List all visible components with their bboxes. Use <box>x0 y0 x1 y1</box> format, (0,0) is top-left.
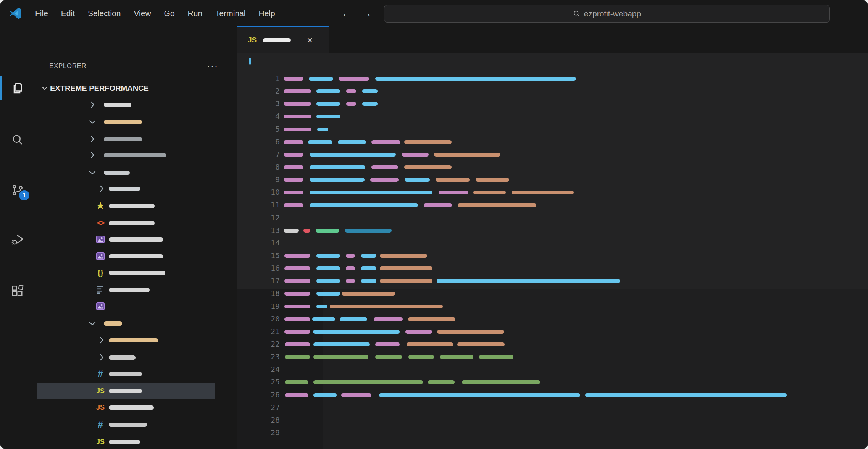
code-token-redacted <box>362 89 378 93</box>
editor-area[interactable]: 1234567891011121314151617181920212223242… <box>237 53 868 449</box>
tree-row[interactable] <box>35 147 237 163</box>
activity-item-run-debug[interactable] <box>0 226 35 253</box>
code-token-redacted <box>585 393 787 397</box>
code-token-redacted <box>405 330 432 334</box>
command-center-search[interactable]: ezprofit-webapp <box>384 5 830 23</box>
code-token-redacted <box>424 203 452 207</box>
activity-item-extensions[interactable] <box>0 278 35 304</box>
code-token-redacted <box>310 165 365 169</box>
code-token-redacted <box>375 77 576 81</box>
code-token-redacted <box>371 140 400 144</box>
menu-item-selection[interactable]: Selection <box>81 0 127 26</box>
code-token-redacted <box>338 140 366 144</box>
line-number: 12 <box>257 213 280 222</box>
tree-row[interactable]: # <box>35 365 237 382</box>
files-icon <box>11 81 24 95</box>
code-token-redacted <box>317 128 328 131</box>
line-number: 16 <box>257 263 280 273</box>
code-token-redacted <box>313 330 400 334</box>
code-token-redacted <box>462 380 540 384</box>
tab-active-js-file[interactable]: JS × <box>237 26 329 53</box>
back-arrow-icon[interactable]: ← <box>341 8 352 19</box>
code-token-redacted <box>340 317 367 321</box>
tree-row[interactable]: JS <box>35 433 237 449</box>
code-token-redacted <box>380 254 427 258</box>
code-token-redacted <box>284 317 310 321</box>
code-token-redacted <box>284 140 303 144</box>
tree-row[interactable]: JS <box>35 399 237 416</box>
forward-arrow-icon[interactable]: → <box>361 8 372 19</box>
chevron-down-icon <box>87 117 97 127</box>
code-token-redacted <box>284 165 303 169</box>
image-file-icon <box>95 234 106 245</box>
line-number: 7 <box>257 150 280 159</box>
menu-item-file[interactable]: File <box>29 0 55 26</box>
code-token-redacted <box>316 292 340 296</box>
code-token-redacted <box>308 140 332 144</box>
tree-row[interactable] <box>35 349 237 366</box>
tree-label-redacted <box>109 440 140 444</box>
menu-item-run[interactable]: Run <box>181 0 209 26</box>
code-layer: 1234567891011121314151617181920212223242… <box>237 53 868 449</box>
search-icon <box>573 10 581 18</box>
line-number: 15 <box>257 251 280 260</box>
code-token-redacted <box>380 266 432 270</box>
code-token-redacted <box>434 153 500 157</box>
scm-badge: 1 <box>19 190 29 200</box>
code-token-redacted <box>436 178 470 182</box>
vscode-logo-icon <box>9 7 22 20</box>
tree-row[interactable]: {} <box>35 264 237 281</box>
tree-row[interactable] <box>35 332 237 349</box>
activity-item-explorer[interactable] <box>0 75 35 102</box>
code-token-redacted <box>341 393 371 397</box>
code-token-redacted <box>405 178 430 182</box>
tab-filename-redacted <box>263 38 291 42</box>
json-file-icon: {} <box>95 267 106 278</box>
vscode-window: FileEditSelectionViewGoRunTerminalHelp ←… <box>0 0 868 449</box>
code-token-redacted <box>313 393 337 397</box>
tree-row[interactable]: <> <box>35 215 237 231</box>
tree-row[interactable] <box>35 131 237 147</box>
chevron-right-icon <box>97 352 106 362</box>
tree-row[interactable] <box>35 164 237 181</box>
tree-row[interactable] <box>35 113 237 130</box>
code-token-redacted <box>346 102 356 106</box>
tree-row[interactable] <box>35 180 237 197</box>
tree-row[interactable] <box>35 298 237 315</box>
explorer-sidebar: EXPLORER ··· EXTREME PERFORMANCE ★<>{}#J… <box>35 26 237 449</box>
tree-row[interactable] <box>35 231 237 248</box>
menu-item-help[interactable]: Help <box>252 0 281 26</box>
activity-item-search[interactable] <box>0 126 35 153</box>
code-token-redacted <box>285 380 308 384</box>
code-token-redacted <box>316 102 340 106</box>
code-token-redacted <box>316 115 340 118</box>
menu-item-go[interactable]: Go <box>158 0 181 26</box>
code-token-redacted <box>339 77 369 81</box>
activity-item-source-control[interactable]: 1 <box>0 177 35 204</box>
code-token-redacted <box>316 279 340 283</box>
code-token-redacted <box>407 342 453 346</box>
line-number: 3 <box>257 99 280 108</box>
menu-item-terminal[interactable]: Terminal <box>209 0 252 26</box>
js-orange-file-icon: JS <box>95 402 106 413</box>
title-bar: FileEditSelectionViewGoRunTerminalHelp ←… <box>0 0 868 26</box>
image-file-icon <box>95 250 106 262</box>
code-token-redacted <box>284 102 311 106</box>
tree-row[interactable] <box>35 281 237 298</box>
tree-row[interactable] <box>35 96 237 113</box>
tree-label-redacted <box>104 103 131 107</box>
tree-row[interactable]: ★ <box>35 197 237 214</box>
tree-row[interactable] <box>35 315 237 332</box>
menu-item-view[interactable]: View <box>127 0 157 26</box>
tree-label-redacted <box>104 137 142 141</box>
code-token-redacted <box>361 279 376 283</box>
code-token-redacted <box>313 380 423 384</box>
activity-bar: 1 <box>0 26 35 449</box>
menu-item-edit[interactable]: Edit <box>55 0 81 26</box>
tree-label-redacted <box>104 153 166 157</box>
tree-row-selected[interactable]: JS <box>37 383 215 399</box>
code-token-redacted <box>284 330 310 334</box>
tree-row[interactable] <box>35 248 237 265</box>
tree-row[interactable]: # <box>35 416 237 433</box>
close-icon[interactable]: × <box>307 35 313 45</box>
